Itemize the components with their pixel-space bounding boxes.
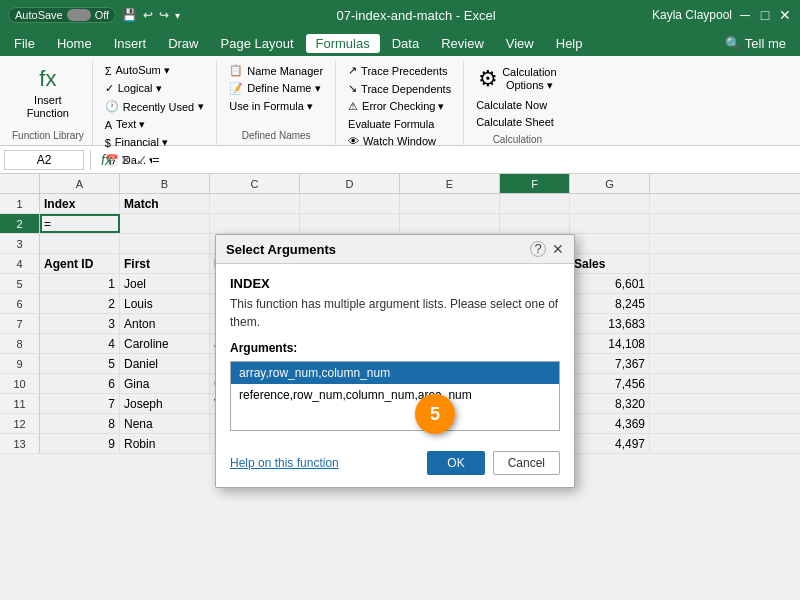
cell-a9[interactable]: 5 <box>40 354 120 373</box>
col-header-c[interactable]: C <box>210 174 300 193</box>
cell-b5[interactable]: Joel <box>120 274 210 293</box>
trace-dependents-button[interactable]: ↘ Trace Dependents <box>344 80 455 97</box>
cell-g12[interactable]: 4,369 <box>570 414 650 433</box>
cell-e1[interactable] <box>400 194 500 213</box>
row-num-6[interactable]: 6 <box>0 294 40 313</box>
cell-g11[interactable]: 8,320 <box>570 394 650 413</box>
cell-c2[interactable] <box>210 214 300 233</box>
col-header-a[interactable]: A <box>40 174 120 193</box>
calc-now-button[interactable]: Calculate Now <box>472 97 562 113</box>
help-on-function-link[interactable]: Help on this function <box>230 456 339 470</box>
cancel-button[interactable]: Cancel <box>493 451 560 475</box>
col-header-d[interactable]: D <box>300 174 400 193</box>
args-item-0[interactable]: array,row_num,column_num <box>231 362 559 384</box>
menu-page-layout[interactable]: Page Layout <box>211 34 304 53</box>
cell-a3[interactable] <box>40 234 120 253</box>
row-num-9[interactable]: 9 <box>0 354 40 373</box>
row-num-4[interactable]: 4 <box>0 254 40 273</box>
menu-insert[interactable]: Insert <box>104 34 157 53</box>
autosum-button[interactable]: Σ AutoSum ▾ <box>101 62 209 79</box>
text-button[interactable]: A Text ▾ <box>101 116 209 133</box>
use-in-formula-button[interactable]: Use in Formula ▾ <box>225 98 327 115</box>
calc-sheet-button[interactable]: Calculate Sheet <box>472 114 562 130</box>
cell-g4[interactable]: Sales <box>570 254 650 273</box>
col-header-g[interactable]: G <box>570 174 650 193</box>
evaluate-formula-button[interactable]: Evaluate Formula <box>344 116 455 132</box>
cell-a2[interactable]: = <box>40 214 120 233</box>
cell-f2[interactable] <box>500 214 570 233</box>
name-manager-button[interactable]: 📋 Name Manager <box>225 62 327 79</box>
col-header-e[interactable]: E <box>400 174 500 193</box>
args-list[interactable]: array,row_num,column_num reference,row_n… <box>230 361 560 431</box>
cell-b11[interactable]: Joseph <box>120 394 210 413</box>
row-num-7[interactable]: 7 <box>0 314 40 333</box>
cell-b1[interactable]: Match <box>120 194 210 213</box>
menu-home[interactable]: Home <box>47 34 102 53</box>
cell-b8[interactable]: Caroline <box>120 334 210 353</box>
cell-b6[interactable]: Louis <box>120 294 210 313</box>
row-num-10[interactable]: 10 <box>0 374 40 393</box>
cell-a8[interactable]: 4 <box>40 334 120 353</box>
row-num-11[interactable]: 11 <box>0 394 40 413</box>
row-num-1[interactable]: 1 <box>0 194 40 213</box>
cell-a1[interactable]: Index <box>40 194 120 213</box>
cell-a12[interactable]: 8 <box>40 414 120 433</box>
cell-g7[interactable]: 13,683 <box>570 314 650 333</box>
cell-a10[interactable]: 6 <box>40 374 120 393</box>
minimize-button[interactable]: ─ <box>738 8 752 22</box>
args-item-1[interactable]: reference,row_num,column_num,area_num <box>231 384 559 406</box>
cell-b7[interactable]: Anton <box>120 314 210 333</box>
cell-b13[interactable]: Robin <box>120 434 210 453</box>
cell-g10[interactable]: 7,456 <box>570 374 650 393</box>
undo-icon[interactable]: ↩ <box>143 8 153 22</box>
financial-button[interactable]: $ Financial ▾ <box>101 134 209 151</box>
close-button[interactable]: ✕ <box>778 8 792 22</box>
cell-d1[interactable] <box>300 194 400 213</box>
cell-g8[interactable]: 14,108 <box>570 334 650 353</box>
cell-f1[interactable] <box>500 194 570 213</box>
dialog-close-button[interactable]: ✕ <box>552 241 564 257</box>
cell-e2[interactable] <box>400 214 500 233</box>
cell-b3[interactable] <box>120 234 210 253</box>
error-checking-button[interactable]: ⚠ Error Checking ▾ <box>344 98 455 115</box>
menu-draw[interactable]: Draw <box>158 34 208 53</box>
cell-b10[interactable]: Gina <box>120 374 210 393</box>
save-icon[interactable]: 💾 <box>122 8 137 22</box>
confirm-formula-button[interactable]: ✓ <box>136 152 148 168</box>
recently-used-button[interactable]: 🕐 Recently Used ▾ <box>101 98 209 115</box>
menu-help[interactable]: Help <box>546 34 593 53</box>
ok-button[interactable]: OK <box>427 451 484 475</box>
cell-a13[interactable]: 9 <box>40 434 120 453</box>
calculation-options-button[interactable]: ⚙ CalculationOptions ▾ <box>472 62 562 96</box>
autosave-badge[interactable]: AutoSave Off <box>8 7 116 23</box>
restore-button[interactable]: □ <box>758 8 772 22</box>
logical-button[interactable]: ✓ Logical ▾ <box>101 80 209 97</box>
cell-g6[interactable]: 8,245 <box>570 294 650 313</box>
cell-b2[interactable] <box>120 214 210 233</box>
cell-g13[interactable]: 4,497 <box>570 434 650 453</box>
row-num-2[interactable]: 2 <box>0 214 40 233</box>
row-num-5[interactable]: 5 <box>0 274 40 293</box>
menu-formulas[interactable]: Formulas <box>306 34 380 53</box>
define-name-button[interactable]: 📝 Define Name ▾ <box>225 80 327 97</box>
cell-g2[interactable] <box>570 214 650 233</box>
cell-b9[interactable]: Daniel <box>120 354 210 373</box>
dialog-help-button[interactable]: ? <box>530 241 546 257</box>
cell-c1[interactable] <box>210 194 300 213</box>
menu-tell-me[interactable]: 🔍 Tell me <box>715 34 796 53</box>
row-num-8[interactable]: 8 <box>0 334 40 353</box>
col-header-f[interactable]: F <box>500 174 570 193</box>
cell-g3[interactable] <box>570 234 650 253</box>
row-num-3[interactable]: 3 <box>0 234 40 253</box>
row-num-12[interactable]: 12 <box>0 414 40 433</box>
cell-a4[interactable]: Agent ID <box>40 254 120 273</box>
cell-b4[interactable]: First <box>120 254 210 273</box>
row-num-13[interactable]: 13 <box>0 434 40 453</box>
menu-review[interactable]: Review <box>431 34 494 53</box>
cell-d2[interactable] <box>300 214 400 233</box>
autosave-toggle[interactable] <box>67 9 91 21</box>
name-box[interactable] <box>4 150 84 170</box>
menu-view[interactable]: View <box>496 34 544 53</box>
formula-input[interactable] <box>152 152 796 167</box>
insert-function-button[interactable]: fx InsertFunction <box>21 62 75 124</box>
